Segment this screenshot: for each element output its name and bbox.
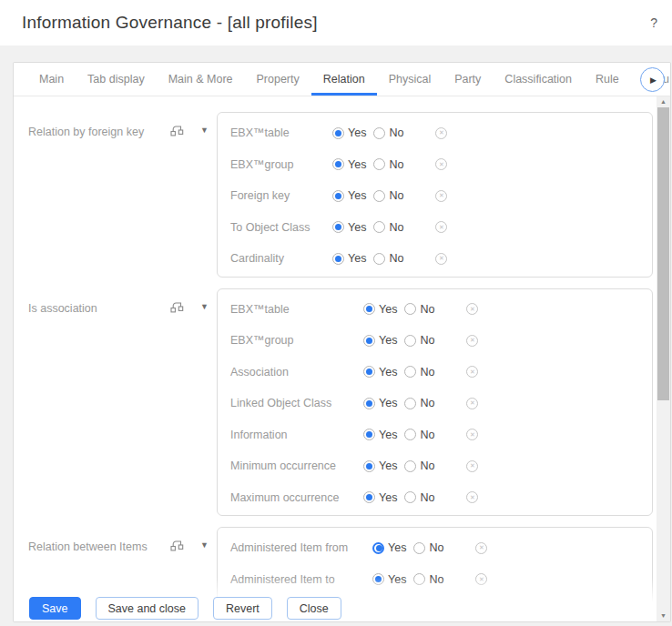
clear-icon[interactable]: ✕ xyxy=(466,398,478,409)
clear-icon[interactable]: ✕ xyxy=(435,190,447,202)
save-and-close-button[interactable]: Save and close xyxy=(96,597,199,620)
radio-yes[interactable]: Yes xyxy=(363,334,397,347)
radio-yes[interactable]: Yes xyxy=(363,366,397,379)
clear-icon[interactable]: ✕ xyxy=(466,335,478,347)
revert-button[interactable]: Revert xyxy=(213,597,272,620)
vertical-scrollbar[interactable]: ▲ ▼ xyxy=(657,96,670,621)
radio-yes-circle[interactable] xyxy=(363,429,375,440)
scrollbar-thumb[interactable] xyxy=(657,107,669,400)
radio-yes-circle[interactable] xyxy=(363,303,375,315)
radio-no-circle[interactable] xyxy=(373,158,385,170)
tab-main[interactable]: Main xyxy=(27,63,76,96)
radio-yes-circle[interactable] xyxy=(363,491,375,503)
chevron-down-icon[interactable]: ▼ xyxy=(200,540,209,550)
radio-yes-circle[interactable] xyxy=(332,127,344,139)
radio-no-circle[interactable] xyxy=(373,221,385,233)
clear-icon[interactable]: ✕ xyxy=(466,491,478,503)
radio-no-circle[interactable] xyxy=(413,542,425,554)
radio-yes-circle[interactable] xyxy=(332,253,344,265)
tab-label: Rule xyxy=(596,73,619,86)
help-icon[interactable]: ? xyxy=(650,0,657,45)
radio-yes[interactable]: Yes xyxy=(363,491,397,504)
close-button[interactable]: Close xyxy=(287,597,341,620)
section-label: Relation between Items xyxy=(28,540,148,553)
radio-no[interactable]: No xyxy=(373,126,403,139)
radio-yes[interactable]: Yes xyxy=(363,397,397,409)
radio-no-circle[interactable] xyxy=(373,253,385,265)
tab-tab-display[interactable]: Tab display xyxy=(76,63,157,96)
clear-icon[interactable]: ✕ xyxy=(435,221,447,233)
section-header: Relation between Items▼ xyxy=(14,527,217,563)
scroll-down-icon[interactable]: ▼ xyxy=(657,612,670,619)
radio-no-circle[interactable] xyxy=(404,366,416,378)
tab-party[interactable]: Party xyxy=(443,63,493,96)
arrow-right-icon: ▶ xyxy=(650,76,657,85)
radio-yes[interactable]: Yes xyxy=(363,303,397,316)
radio-yes-circle[interactable] xyxy=(363,335,375,347)
radio-yes-circle[interactable] xyxy=(372,542,384,554)
radio-yes-circle[interactable] xyxy=(332,221,344,233)
tab-physical[interactable]: Physical xyxy=(377,63,443,96)
tab-rule[interactable]: Rule xyxy=(584,63,631,96)
radio-no[interactable]: No xyxy=(373,221,403,234)
radio-yes[interactable]: Yes xyxy=(363,429,397,441)
more-tabs-button[interactable]: ▶ xyxy=(640,67,665,92)
field-label: Minimum occurrence xyxy=(230,459,363,472)
chevron-down-icon[interactable]: ▼ xyxy=(200,302,209,311)
clear-icon[interactable]: ✕ xyxy=(466,303,478,315)
clear-icon[interactable]: ✕ xyxy=(435,253,447,265)
radio-no[interactable]: No xyxy=(404,459,434,472)
radio-yes-circle[interactable] xyxy=(363,398,375,409)
scroll-up-icon[interactable]: ▲ xyxy=(657,98,670,105)
radio-no-circle[interactable] xyxy=(373,127,385,139)
clear-icon[interactable]: ✕ xyxy=(466,366,478,378)
radio-no[interactable]: No xyxy=(373,158,403,171)
radio-no[interactable]: No xyxy=(413,541,443,554)
radio-yes[interactable]: Yes xyxy=(332,221,366,234)
radio-yes[interactable]: Yes xyxy=(372,541,406,554)
form-content: Relation by foreign key▼EBX™tableYesNo✕E… xyxy=(14,96,657,621)
radio-yes[interactable]: Yes xyxy=(332,158,366,171)
radio-no-circle[interactable] xyxy=(404,429,416,440)
radio-yes-circle[interactable] xyxy=(363,460,375,472)
clear-icon[interactable]: ✕ xyxy=(466,460,478,472)
radio-yes-circle[interactable] xyxy=(332,158,344,170)
tab-label: Relation xyxy=(323,73,365,86)
radio-no-circle[interactable] xyxy=(404,491,416,503)
radio-no-circle[interactable] xyxy=(404,303,416,315)
clear-icon[interactable]: ✕ xyxy=(466,429,478,440)
window-header: Information Governance - [all profiles] … xyxy=(0,0,672,45)
radio-no-circle[interactable] xyxy=(404,335,416,347)
tab-relation[interactable]: Relation xyxy=(311,63,377,96)
radio-no[interactable]: No xyxy=(404,397,434,409)
field-row-linked-object-class: Linked Object ClassYesNo✕ xyxy=(218,388,652,419)
radio-yes[interactable]: Yes xyxy=(332,189,366,202)
radio-yes[interactable]: Yes xyxy=(332,252,366,265)
radio-no[interactable]: No xyxy=(404,429,434,441)
save-button[interactable]: Save xyxy=(29,597,81,620)
radio-no[interactable]: No xyxy=(404,491,434,504)
radio-no-circle[interactable] xyxy=(404,460,416,472)
radio-no-circle[interactable] xyxy=(404,398,416,409)
tab-property[interactable]: Property xyxy=(245,63,311,96)
radio-yes-circle[interactable] xyxy=(332,190,344,202)
tab-classification[interactable]: Classification xyxy=(493,63,584,96)
chevron-down-icon[interactable]: ▼ xyxy=(200,126,209,135)
clear-icon[interactable]: ✕ xyxy=(435,158,447,170)
radio-no[interactable]: No xyxy=(404,303,434,316)
field-row-minimum-occurrence: Minimum occurrenceYesNo✕ xyxy=(218,450,652,482)
section-header: Is association▼ xyxy=(14,288,217,325)
radio-no[interactable]: No xyxy=(373,189,403,202)
clear-icon[interactable]: ✕ xyxy=(475,542,487,554)
radio-no[interactable]: No xyxy=(404,366,434,379)
radio-label: No xyxy=(420,491,434,504)
clear-icon[interactable]: ✕ xyxy=(435,127,447,139)
radio-yes[interactable]: Yes xyxy=(332,126,366,139)
radio-yes-circle[interactable] xyxy=(363,366,375,378)
radio-no[interactable]: No xyxy=(373,252,403,265)
radio-no-circle[interactable] xyxy=(373,190,385,202)
radio-no[interactable]: No xyxy=(404,334,434,347)
tab-main-more[interactable]: Main & More xyxy=(157,63,245,96)
section-box: EBX™tableYesNo✕EBX™groupYesNo✕Foreign ke… xyxy=(217,112,653,278)
radio-yes[interactable]: Yes xyxy=(363,459,397,472)
